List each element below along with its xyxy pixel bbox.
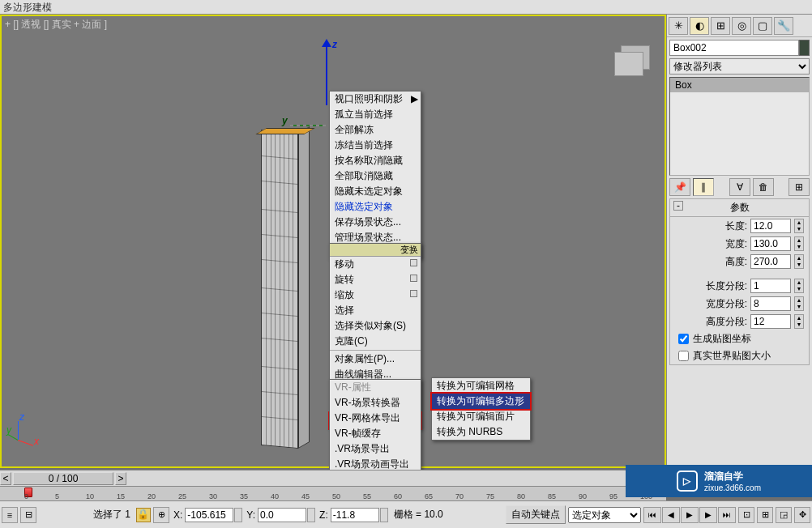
menu-vr-scene-converter[interactable]: VR-场景转换器 bbox=[330, 395, 421, 411]
real-world-checkbox[interactable] bbox=[678, 351, 689, 361]
length-segs-label: 长度分段: bbox=[675, 279, 747, 293]
viewport-nav-icon[interactable]: ⊞ bbox=[757, 507, 773, 523]
lock-icon[interactable]: 🔒 bbox=[136, 508, 151, 522]
object-color-swatch[interactable] bbox=[799, 40, 810, 56]
configure-modifier-icon[interactable]: ⊞ bbox=[788, 178, 810, 196]
parameters-header[interactable]: -参数 bbox=[670, 199, 809, 217]
menu-select-similar[interactable]: 选择类似对象(S) bbox=[330, 318, 421, 334]
tick-label: 80 bbox=[517, 492, 525, 500]
tick-label: 90 bbox=[579, 492, 587, 500]
height-input[interactable] bbox=[750, 254, 791, 269]
viewport-nav-icon[interactable]: ◲ bbox=[776, 507, 792, 523]
prev-frame-icon[interactable]: ◀ bbox=[662, 507, 680, 523]
script-icon[interactable]: ≡ bbox=[2, 507, 18, 523]
width-input[interactable] bbox=[750, 236, 791, 251]
x-coord-input[interactable] bbox=[185, 508, 233, 522]
track-bar[interactable]: 0510152025303540455055606570758085909510… bbox=[0, 486, 666, 500]
height-segs-input[interactable] bbox=[750, 314, 791, 329]
selected-box-object[interactable] bbox=[261, 130, 310, 462]
key-filters-dropdown[interactable]: 选定对象 bbox=[568, 507, 641, 523]
play-icon[interactable]: ▶ bbox=[681, 507, 699, 523]
menu-convert-editable-poly[interactable]: 转换为可编辑多边形 bbox=[432, 394, 530, 409]
stack-item-box[interactable]: Box bbox=[670, 78, 809, 92]
time-next-icon[interactable]: > bbox=[115, 472, 126, 485]
length-segs-input[interactable] bbox=[750, 279, 791, 293]
length-input[interactable] bbox=[750, 219, 791, 233]
time-slider[interactable]: 0 / 100 bbox=[13, 472, 113, 485]
menu-convert-editable-mesh[interactable]: 转换为可编辑网格 bbox=[432, 378, 530, 394]
menu-scale[interactable]: 缩放 bbox=[330, 287, 421, 303]
height-label: 高度: bbox=[675, 255, 747, 269]
menu-hide-selection[interactable]: 隐藏选定对象 bbox=[330, 199, 421, 215]
next-frame-icon[interactable]: ▶ bbox=[699, 507, 717, 523]
menu-viewport-lighting[interactable]: 视口照明和阴影▶ bbox=[330, 92, 421, 107]
width-label: 宽度: bbox=[675, 237, 747, 251]
menu-vr-scene-export[interactable]: .VR场景导出 bbox=[330, 441, 421, 457]
remove-modifier-icon[interactable]: 🗑 bbox=[753, 178, 774, 196]
goto-end-icon[interactable]: ⏭ bbox=[718, 507, 736, 523]
height-segs-spinner[interactable]: ▲▼ bbox=[794, 314, 804, 329]
width-segs-label: 宽度分段: bbox=[675, 297, 747, 311]
menu-convert-nurbs[interactable]: 转换为 NURBS bbox=[432, 424, 530, 440]
hierarchy-tab-icon[interactable]: ⊞ bbox=[711, 17, 730, 35]
show-end-result-icon[interactable]: ∥ bbox=[693, 178, 714, 196]
modify-tab-icon[interactable]: ◐ bbox=[690, 17, 709, 35]
menu-hide-unselected[interactable]: 隐藏未选定对象 bbox=[330, 184, 421, 199]
width-spinner[interactable]: ▲▼ bbox=[794, 236, 804, 251]
length-spinner[interactable]: ▲▼ bbox=[794, 219, 804, 233]
menu-isolate-selection[interactable]: 孤立当前选择 bbox=[330, 107, 421, 122]
menu-convert-editable-patch[interactable]: 转换为可编辑面片 bbox=[432, 409, 530, 424]
menu-vr-properties[interactable]: VR-属性 bbox=[330, 380, 421, 395]
tick-label: 30 bbox=[209, 492, 217, 500]
length-segs-spinner[interactable]: ▲▼ bbox=[794, 279, 804, 293]
quad-menu-display[interactable]: 视口照明和阴影▶ 孤立当前选择 全部解冻 冻结当前选择 按名称取消隐藏 全部取消… bbox=[329, 91, 421, 259]
coord-mode-icon[interactable]: ⊕ bbox=[153, 507, 169, 523]
menu-select[interactable]: 选择 bbox=[330, 303, 421, 318]
viewport-nav-icon[interactable]: ✥ bbox=[794, 507, 810, 523]
status-bar: ≡ ⊟ 选择了 1 🔒 ⊕ X: Y: Z: 栅格 = 10.0 自动关键点 选… bbox=[0, 500, 812, 528]
object-name-input[interactable] bbox=[669, 40, 799, 56]
tick-label: 75 bbox=[486, 492, 494, 500]
menu-unhide-all[interactable]: 全部取消隐藏 bbox=[330, 168, 421, 184]
convert-to-submenu[interactable]: 转换为可编辑网格 转换为可编辑多边形 转换为可编辑面片 转换为 NURBS bbox=[431, 377, 531, 441]
modifier-list-dropdown[interactable]: 修改器列表 bbox=[669, 58, 810, 75]
menu-vr-frame-buffer[interactable]: VR-帧缓存 bbox=[330, 426, 421, 441]
menu-clone[interactable]: 克隆(C) bbox=[330, 334, 421, 349]
pin-stack-icon[interactable]: 📌 bbox=[669, 178, 690, 196]
auto-key-button[interactable]: 自动关键点 bbox=[506, 505, 566, 524]
menu-rotate[interactable]: 旋转 bbox=[330, 272, 421, 287]
viewcube[interactable] bbox=[606, 44, 655, 84]
prompt-icon[interactable]: ⊟ bbox=[20, 507, 36, 523]
height-spinner[interactable]: ▲▼ bbox=[794, 254, 804, 269]
y-coord-input[interactable] bbox=[258, 508, 306, 522]
display-tab-icon[interactable]: ▢ bbox=[753, 17, 772, 35]
tick-label: 35 bbox=[240, 492, 248, 500]
motion-tab-icon[interactable]: ◎ bbox=[732, 17, 751, 35]
menu-vr-mesh-export[interactable]: VR-网格体导出 bbox=[330, 411, 421, 426]
menu-save-scene-state[interactable]: 保存场景状态... bbox=[330, 215, 421, 230]
time-prev-icon[interactable]: < bbox=[0, 472, 11, 485]
menu-unhide-by-name[interactable]: 按名称取消隐藏 bbox=[330, 153, 421, 168]
quad-menu-vray[interactable]: VR-属性 VR-场景转换器 VR-网格体导出 VR-帧缓存 .VR场景导出 .… bbox=[329, 379, 421, 473]
utilities-tab-icon[interactable]: 🔧 bbox=[774, 17, 793, 35]
viewport-nav-icon[interactable]: ⊡ bbox=[738, 507, 754, 523]
z-axis-gizmo[interactable] bbox=[326, 40, 327, 105]
menu-freeze-selection[interactable]: 冻结当前选择 bbox=[330, 138, 421, 153]
menu-unfreeze-all[interactable]: 全部解冻 bbox=[330, 122, 421, 138]
z-coord-input[interactable] bbox=[331, 508, 379, 522]
modifier-stack[interactable]: Box bbox=[669, 77, 810, 176]
menu-object-properties[interactable]: 对象属性(P)... bbox=[330, 351, 421, 367]
tick-label: 5 bbox=[55, 492, 59, 500]
viewport-label[interactable]: + [] 透视 [] 真实 + 边面 ] bbox=[5, 18, 107, 32]
tick-label: 95 bbox=[609, 492, 618, 500]
generate-uv-checkbox[interactable] bbox=[678, 334, 689, 344]
width-segs-spinner[interactable]: ▲▼ bbox=[794, 296, 804, 311]
menu-move[interactable]: 移动 bbox=[330, 257, 421, 272]
create-tab-icon[interactable]: ✳ bbox=[669, 17, 688, 35]
goto-start-icon[interactable]: ⏮ bbox=[643, 507, 661, 523]
make-unique-icon[interactable]: ∀ bbox=[729, 178, 750, 196]
tick-label: 60 bbox=[394, 492, 402, 500]
width-segs-input[interactable] bbox=[750, 296, 791, 311]
time-slider-bar[interactable]: < 0 / 100 > bbox=[0, 470, 666, 486]
real-world-label: 真实世界贴图大小 bbox=[693, 349, 771, 363]
